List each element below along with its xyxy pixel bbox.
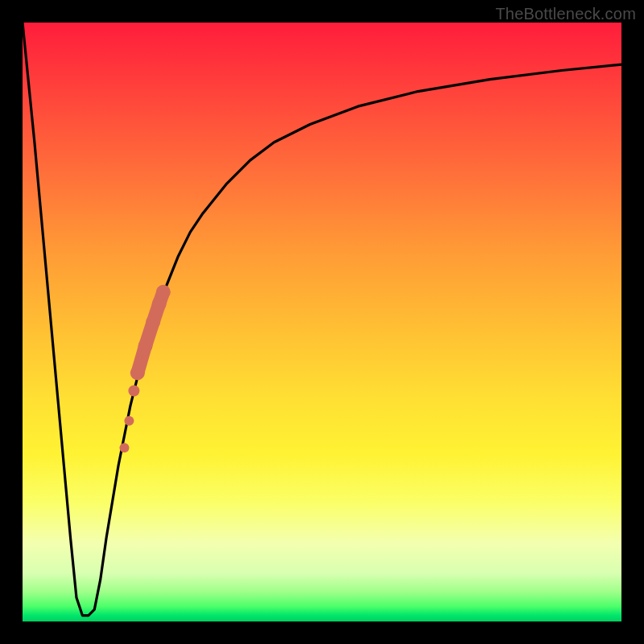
curve-svg xyxy=(23,23,621,621)
marker-dot xyxy=(152,297,167,312)
marker-dot xyxy=(124,416,134,426)
marker-dot xyxy=(130,365,145,380)
chart-container: TheBottleneck.com xyxy=(0,0,644,644)
watermark-text: TheBottleneck.com xyxy=(495,5,636,23)
marker-dot xyxy=(128,386,139,397)
bottleneck-curve xyxy=(23,23,621,616)
bottleneck-curve-path xyxy=(23,23,621,616)
plot-area xyxy=(23,23,621,621)
marker-dot xyxy=(138,339,153,353)
marker-dot xyxy=(119,443,129,452)
marker-dot xyxy=(146,315,160,329)
